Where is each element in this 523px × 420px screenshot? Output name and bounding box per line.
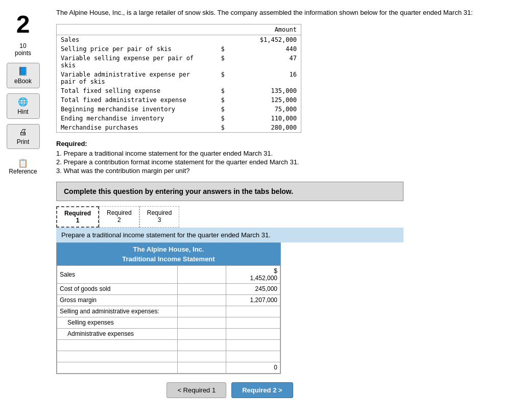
hint-button[interactable]: 🌐 Hint (7, 93, 40, 119)
book-icon: 📘 (18, 66, 28, 76)
income-input-7[interactable] (178, 351, 226, 362)
income-value-1: 245,000 (226, 283, 280, 294)
income-company: The Alpine House, Inc. (57, 243, 280, 254)
income-value-2: 1,207,000 (226, 294, 280, 306)
print-icon: 🖨 (19, 128, 27, 137)
income-input-6[interactable] (178, 339, 226, 351)
tab-required-2[interactable]: Required2 (99, 206, 139, 228)
print-button[interactable]: 🖨 Print (7, 124, 40, 149)
income-value-7 (226, 351, 280, 362)
points-label: 10 points (15, 42, 31, 57)
income-label-7 (57, 351, 178, 362)
income-table: Sales$ 1,452,000Cost of goods sold245,00… (57, 265, 280, 374)
income-title: Traditional Income Statement (57, 254, 280, 265)
income-value-4 (226, 317, 280, 328)
next-button[interactable]: Required 2 > (231, 382, 293, 398)
question-number: 2 (16, 10, 30, 38)
income-value-0: $ 1,452,000 (226, 265, 280, 283)
data-table: Amount Sales$1,452,000Selling price per … (56, 24, 301, 133)
income-input-5[interactable] (178, 328, 226, 339)
question-prompt: The Alpine House, Inc., is a large retai… (56, 8, 513, 18)
income-value-5 (226, 328, 280, 339)
income-label-0: Sales (57, 265, 178, 283)
hint-icon: 🌐 (18, 97, 28, 107)
complete-box: Complete this question by entering your … (56, 182, 403, 201)
instruction-bar: Prepare a traditional income statement f… (56, 228, 403, 242)
tab-required-3[interactable]: Required3 (139, 206, 180, 228)
income-label-2: Gross margin (57, 294, 178, 306)
income-input-2[interactable] (178, 294, 226, 306)
income-value-8: 0 (226, 362, 280, 373)
income-label-8 (57, 362, 178, 373)
income-label-3: Selling and administrative expenses: (57, 306, 178, 317)
income-input-1[interactable] (178, 283, 226, 294)
required-title: Required: (56, 140, 513, 147)
income-input-4[interactable] (178, 317, 226, 328)
bottom-nav: < Required 1 Required 2 > (56, 382, 403, 398)
data-table-wrapper: Amount Sales$1,452,000Selling price per … (56, 24, 513, 133)
income-value-6 (226, 339, 280, 351)
income-input-8[interactable] (178, 362, 226, 373)
income-label-5: Administrative expenses (57, 328, 178, 339)
income-table-wrapper: The Alpine House, Inc. Traditional Incom… (56, 242, 281, 374)
reference-icon: 📋 (18, 159, 28, 167)
tab-required-1[interactable]: Required1 (56, 206, 99, 228)
prev-button[interactable]: < Required 1 (167, 382, 226, 398)
required-item: 2. Prepare a contribution format income … (56, 158, 513, 166)
reference-button[interactable]: 📋 Reference (7, 158, 40, 175)
income-input-3[interactable] (178, 306, 226, 317)
required-section: Required: 1. Prepare a traditional incom… (56, 140, 513, 175)
income-value-3 (226, 306, 280, 317)
income-label-1: Cost of goods sold (57, 283, 178, 294)
income-input-0[interactable] (178, 265, 226, 283)
income-label-4: Selling expenses (57, 317, 178, 328)
required-item: 3. What was the contribution margin per … (56, 167, 513, 175)
required-item: 1. Prepare a traditional income statemen… (56, 150, 513, 157)
income-label-6 (57, 339, 178, 351)
amount-header: Amount (210, 24, 301, 35)
tab-row: Required1 Required2 Required3 (56, 206, 513, 228)
ebook-button[interactable]: 📘 eBook (7, 63, 40, 88)
